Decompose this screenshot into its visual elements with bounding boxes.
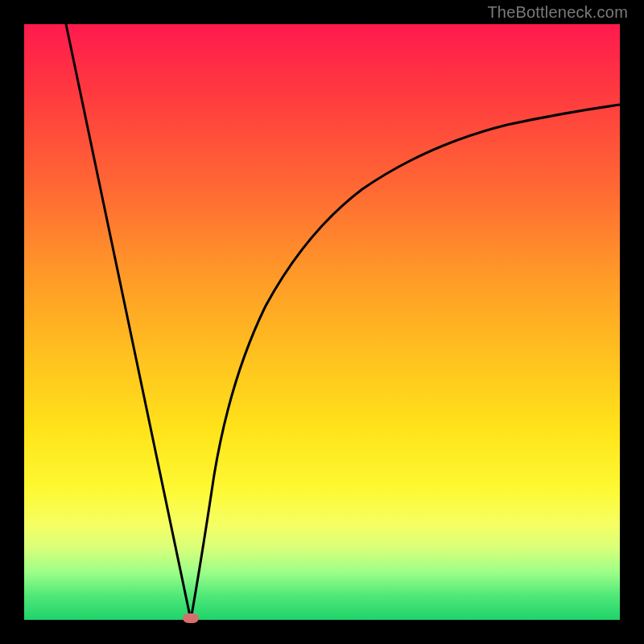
- curve-right-branch: [191, 105, 620, 620]
- curve-left-branch: [66, 24, 191, 620]
- bottleneck-curve: [24, 24, 620, 620]
- chart-frame: TheBottleneck.com: [0, 0, 644, 644]
- plot-area: [24, 24, 620, 620]
- min-point-marker: [183, 613, 199, 623]
- watermark-text: TheBottleneck.com: [487, 3, 628, 22]
